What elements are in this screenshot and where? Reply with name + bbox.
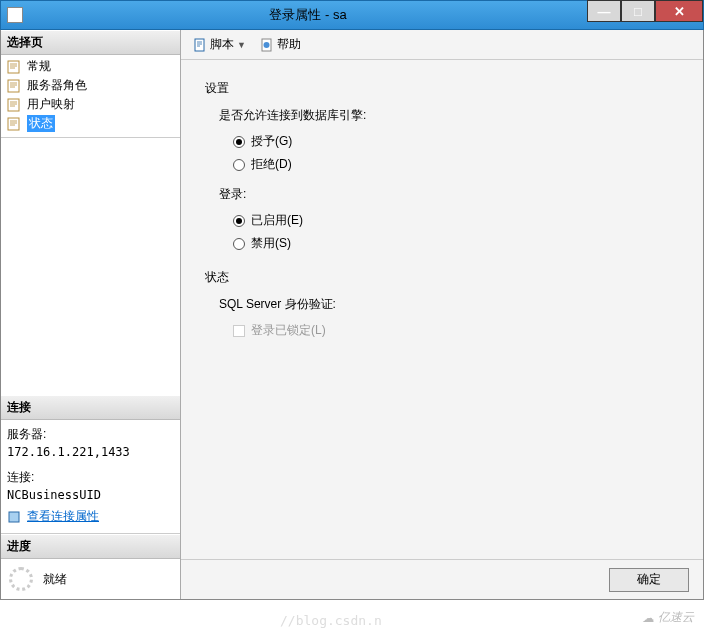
enabled-radio-row[interactable]: 已启用(E) [233,209,679,232]
sql-auth-label: SQL Server 身份验证: [219,296,679,313]
maximize-button[interactable]: □ [621,0,655,22]
toolbar: 脚本 ▼ 帮助 [181,30,703,60]
locked-checkbox-row: 登录已锁定(L) [233,319,679,342]
help-button[interactable]: 帮助 [256,34,305,55]
radio-icon [233,238,245,250]
page-icon [7,117,23,131]
script-icon [193,38,207,52]
help-icon [260,38,274,52]
status-heading: 状态 [205,269,679,286]
deny-radio-row[interactable]: 拒绝(D) [233,153,679,176]
radio-icon [233,159,245,171]
svg-point-7 [263,42,269,48]
deny-label: 拒绝(D) [251,156,292,173]
spinner-icon [9,567,33,591]
checkbox-icon [233,325,245,337]
ok-button[interactable]: 确定 [609,568,689,592]
window-controls: — □ ✕ [587,1,703,29]
svg-rect-4 [9,512,19,522]
sidebar-item-label: 状态 [27,115,55,132]
sidebar-item-user-mapping[interactable]: 用户映射 [5,95,176,114]
properties-icon [7,510,23,524]
cloud-icon: ☁ [642,611,654,625]
sidebar: 选择页 常规 服务器角色 用户映射 状态 [1,30,181,599]
close-button[interactable]: ✕ [655,0,703,22]
sidebar-item-general[interactable]: 常规 [5,57,176,76]
select-page-header: 选择页 [1,30,180,55]
enabled-label: 已启用(E) [251,212,303,229]
server-value: 172.16.1.221,1433 [7,445,174,459]
svg-rect-3 [8,118,19,130]
svg-rect-2 [8,99,19,111]
page-icon [7,60,23,74]
window-title: 登录属性 - sa [29,6,587,24]
grant-label: 授予(G) [251,133,292,150]
disabled-label: 禁用(S) [251,235,291,252]
view-connection-properties-link[interactable]: 查看连接属性 [7,508,99,525]
svg-rect-0 [8,61,19,73]
locked-label: 登录已锁定(L) [251,322,326,339]
dialog-footer: 确定 [181,559,703,599]
page-icon [7,98,23,112]
grant-radio-row[interactable]: 授予(G) [233,130,679,153]
script-button[interactable]: 脚本 ▼ [189,34,250,55]
dropdown-arrow-icon: ▼ [237,40,246,50]
watermark-brand: ☁ 亿速云 [642,609,694,626]
radio-icon [233,215,245,227]
disabled-radio-row[interactable]: 禁用(S) [233,232,679,255]
progress-status: 就绪 [43,571,67,588]
sidebar-item-server-roles[interactable]: 服务器角色 [5,76,176,95]
content-area: 设置 是否允许连接到数据库引擎: 授予(G) 拒绝(D) 登录: 已启用(E) … [181,60,703,559]
settings-heading: 设置 [205,80,679,97]
sidebar-item-label: 服务器角色 [27,77,87,94]
minimize-button[interactable]: — [587,0,621,22]
page-icon [7,79,23,93]
server-label: 服务器: [7,426,174,443]
radio-icon [233,136,245,148]
title-bar: 登录属性 - sa — □ ✕ [0,0,704,30]
sidebar-item-label: 用户映射 [27,96,75,113]
allow-connect-label: 是否允许连接到数据库引擎: [219,107,679,124]
connection-label: 连接: [7,469,174,486]
watermark-blog: //blog.csdn.n [280,613,382,628]
app-icon [7,7,23,23]
svg-rect-5 [195,39,204,51]
connection-header: 连接 [1,395,180,420]
progress-header: 进度 [1,534,180,559]
svg-rect-1 [8,80,19,92]
main-panel: 脚本 ▼ 帮助 设置 是否允许连接到数据库引擎: 授予(G) 拒绝(D) 登录: [181,30,703,599]
connection-value: NCBusinessUID [7,488,174,502]
login-label: 登录: [219,186,679,203]
sidebar-item-label: 常规 [27,58,51,75]
sidebar-item-status[interactable]: 状态 [5,114,176,133]
